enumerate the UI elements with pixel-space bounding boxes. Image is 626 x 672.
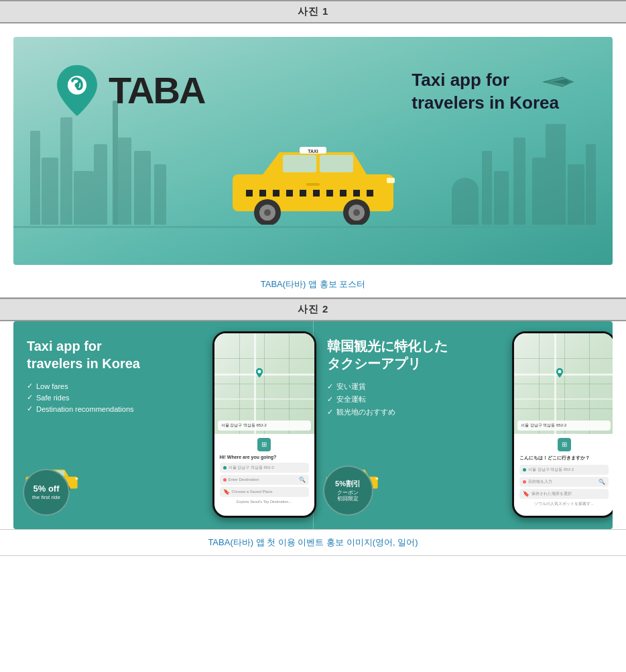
discount-sub-en: the first ride xyxy=(32,494,60,501)
check-icon-jp-3: ✓ xyxy=(327,408,333,416)
svg-rect-25 xyxy=(387,178,395,183)
plane-icon xyxy=(542,74,576,95)
svg-rect-4 xyxy=(283,155,316,172)
phone-map-jp: 서울 강남구 역삼동 652-2 xyxy=(514,333,613,434)
svg-point-1 xyxy=(75,83,80,88)
phone-map-en: 서울 강남구 역삼동 652-2 xyxy=(214,333,314,434)
svg-text:TAXI: TAXI xyxy=(308,149,318,154)
map-pin-en xyxy=(256,368,263,378)
check-icon-jp-1: ✓ xyxy=(327,382,333,391)
discount-main-en: 5% off xyxy=(34,484,60,494)
phone-input1-en: 서울 강남구 역삼동 652-2 xyxy=(220,463,309,473)
svg-rect-15 xyxy=(353,190,360,197)
phone-explore-jp: ソウルの人気スポットを探索す... xyxy=(519,502,609,506)
phone-bottom-jp: ⊞ こんにちは！どこに行きますか？ 서울 강남구 역삼동 652-2 目的地を入… xyxy=(514,434,613,510)
svg-rect-13 xyxy=(326,190,333,197)
road-line xyxy=(13,226,613,228)
svg-rect-11 xyxy=(300,190,306,197)
svg-rect-12 xyxy=(313,190,320,197)
check-icon-jp-2: ✓ xyxy=(327,395,333,404)
section1-header: 사진 1 xyxy=(0,0,626,23)
svg-rect-8 xyxy=(259,190,266,197)
phone-input2-jp: 目的地を入力 🔍 xyxy=(519,477,609,487)
discount-main-jp: 5%割引 xyxy=(335,479,361,489)
tagline-line1: Taxi app for xyxy=(412,69,559,92)
tagline-line2: travelers in Korea xyxy=(412,92,559,115)
taxi-car: TAXI xyxy=(219,137,407,225)
svg-point-20 xyxy=(264,209,271,216)
discount-sub1-jp: クーポン xyxy=(337,490,359,496)
brand-name: TABA xyxy=(109,72,204,109)
phone-input1-jp: 서울 강남구 역삼동 652-2 xyxy=(519,465,609,475)
svg-rect-14 xyxy=(340,190,347,197)
map-address-en: 서울 강남구 역삼동 652-2 xyxy=(218,421,311,431)
phone-screen-en: 서울 강남구 역삼동 652-2 ⊞ Hi! Where are you goi… xyxy=(214,333,314,516)
discount-badge-en: 5% off the first ride xyxy=(23,469,70,516)
svg-rect-10 xyxy=(286,190,293,197)
map-pin-jp xyxy=(556,368,563,378)
phone-screen-jp: 서울 강남구 역삼동 652-2 ⊞ こんにちは！どこに行きますか？ 서울 강남… xyxy=(514,333,613,516)
svg-rect-43 xyxy=(75,478,78,480)
photo2-left-panel: Taxi app for travelers in Korea ✓ Low fa… xyxy=(13,321,314,529)
check-icon-2: ✓ xyxy=(27,393,33,402)
phone-greeting-en: Hi! Where are you going? xyxy=(220,455,309,459)
phone-saved-en: 🔖 Choose a Saved Place xyxy=(220,487,309,497)
check-icon-3: ✓ xyxy=(27,404,33,413)
taba-pin-icon xyxy=(54,64,101,117)
svg-rect-9 xyxy=(273,190,279,197)
check-icon-1: ✓ xyxy=(27,382,33,390)
svg-point-23 xyxy=(353,209,360,216)
phone-mockup-jp: 서울 강남구 역삼동 652-2 ⊞ こんにちは！どこに行きますか？ 서울 강남… xyxy=(512,331,613,518)
svg-rect-16 xyxy=(367,190,373,197)
svg-point-61 xyxy=(558,370,561,374)
phone-bottom-en: ⊞ Hi! Where are you going? 서울 강남구 역삼동 65… xyxy=(214,434,314,508)
map-address-jp: 서울 강남구 역삼동 652-2 xyxy=(517,421,611,431)
discount-sub2-jp: 初回限定 xyxy=(337,496,359,502)
discount-badge-jp: 5%割引 クーポン 初回限定 xyxy=(323,465,373,516)
photo1-image: TABA Taxi app for travelers in Korea xyxy=(13,37,613,265)
section2-header: 사진 2 xyxy=(0,298,626,321)
phone-explore-en: Explore Seoul's Top Destination... xyxy=(220,500,309,504)
svg-rect-60 xyxy=(375,478,378,480)
photo2-image: Taxi app for travelers in Korea ✓ Low fa… xyxy=(13,321,613,529)
phone-saved-jp: 🔖 保存された場所を選択 xyxy=(519,489,609,499)
phone-greeting-jp: こんにちは！どこに行きますか？ xyxy=(519,455,609,461)
taba-logo: TABA xyxy=(54,64,204,117)
photo1-tagline: Taxi app for travelers in Korea xyxy=(412,69,559,115)
svg-point-44 xyxy=(258,370,261,374)
photo2-caption: TABA(타바) 앱 첫 이용 이벤트 홍보 이미지(영어, 일어) xyxy=(0,529,626,556)
phone-mockup-en: 서울 강남구 역삼동 652-2 ⊞ Hi! Where are you goi… xyxy=(212,331,316,518)
photo1-caption: TABA(타바) 앱 홍보 포스터 xyxy=(0,272,626,298)
svg-rect-24 xyxy=(306,183,320,186)
svg-rect-5 xyxy=(320,155,353,172)
phone-input2-en: Enter Destination 🔍 xyxy=(220,475,309,485)
svg-rect-7 xyxy=(246,190,253,197)
photo2-right-panel: 韓国観光に特化した タクシーアプリ ✓ 安い運賃 ✓ 安全運転 ✓ 観光地のおす… xyxy=(314,321,613,529)
